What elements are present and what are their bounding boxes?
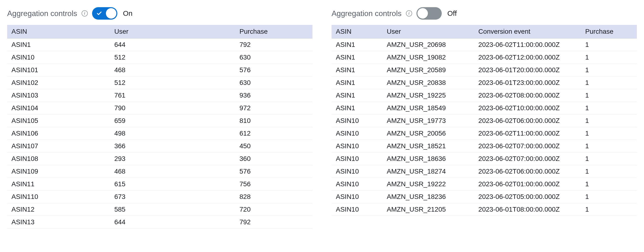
column-header[interactable]: Conversion event	[475, 25, 582, 39]
cell-asin: ASIN10	[332, 165, 384, 178]
column-header[interactable]: Purchase	[236, 25, 312, 39]
aggregation-controls-label: Aggregation controls	[332, 9, 402, 18]
cell-asin: ASIN107	[7, 140, 111, 153]
info-icon[interactable]: i	[82, 10, 88, 17]
cell-user: 468	[111, 165, 236, 178]
cell-asin: ASIN10	[332, 153, 384, 165]
toggle-state-label: Off	[448, 9, 457, 18]
cell-asin: ASIN108	[7, 153, 111, 165]
cell-event: 2023-06-01T23:00:00.000Z	[475, 76, 582, 89]
aggregation-toggle[interactable]	[416, 7, 442, 20]
cell-user: AMZN_USR_19225	[384, 89, 475, 102]
cell-user: AMZN_USR_20838	[384, 76, 475, 89]
cell-asin: ASIN10	[332, 191, 384, 203]
cell-purchase: 576	[236, 64, 312, 76]
table-row: ASIN108293360	[7, 153, 312, 165]
table-row: ASIN10AMZN_USR_197732023-06-02T06:00:00.…	[332, 114, 637, 127]
cell-asin: ASIN101	[7, 64, 111, 76]
cell-purchase: 450	[236, 140, 312, 153]
aggregation-controls-row: Aggregation controls i On	[7, 7, 312, 20]
table-row: ASIN1AMZN_USR_205892023-06-01T20:00:00.0…	[332, 64, 637, 76]
cell-user: 615	[111, 178, 236, 191]
cell-user: AMZN_USR_18636	[384, 153, 475, 165]
column-header[interactable]: ASIN	[7, 25, 111, 39]
cell-user: AMZN_USR_20698	[384, 39, 475, 51]
cell-purchase: 1	[582, 64, 637, 76]
cell-purchase: 810	[236, 114, 312, 127]
cell-asin: ASIN11	[7, 178, 111, 191]
cell-event: 2023-06-02T08:00:00.000Z	[475, 89, 582, 102]
cell-asin: ASIN106	[7, 127, 111, 140]
cell-user: 293	[111, 153, 236, 165]
check-icon	[96, 11, 102, 16]
table-header-row: ASINUserPurchase	[7, 25, 312, 39]
cell-purchase: 1	[582, 165, 637, 178]
cell-user: 366	[111, 140, 236, 153]
cell-user: 512	[111, 51, 236, 64]
cell-purchase: 1	[582, 140, 637, 153]
cell-asin: ASIN1	[332, 102, 384, 114]
cell-event: 2023-06-01T08:00:00.000Z	[475, 203, 582, 216]
cell-purchase: 792	[236, 39, 312, 51]
cell-asin: ASIN12	[7, 203, 111, 216]
aggregation-controls-row: Aggregation controls i Off	[332, 7, 637, 20]
cell-user: 644	[111, 216, 236, 228]
table-row: ASIN10AMZN_USR_212052023-06-01T08:00:00.…	[332, 203, 637, 216]
cell-purchase: 1	[582, 114, 637, 127]
table-row: ASIN10AMZN_USR_192222023-06-02T01:00:00.…	[332, 178, 637, 191]
column-header[interactable]: User	[384, 25, 475, 39]
column-header[interactable]: ASIN	[332, 25, 384, 39]
cell-purchase: 828	[236, 191, 312, 203]
cell-user: AMZN_USR_18274	[384, 165, 475, 178]
cell-user: AMZN_USR_19222	[384, 178, 475, 191]
cell-asin: ASIN109	[7, 165, 111, 178]
cell-event: 2023-06-02T07:00:00.000Z	[475, 140, 582, 153]
cell-purchase: 1	[582, 39, 637, 51]
cell-purchase: 630	[236, 76, 312, 89]
table-row: ASIN1644792	[7, 39, 312, 51]
column-header[interactable]: User	[111, 25, 236, 39]
cell-asin: ASIN1	[7, 39, 111, 51]
cell-user: AMZN_USR_18521	[384, 140, 475, 153]
table-row: ASIN10512630	[7, 51, 312, 64]
cell-purchase: 1	[582, 153, 637, 165]
cell-asin: ASIN1	[332, 51, 384, 64]
cell-user: 644	[111, 39, 236, 51]
aggregation-toggle[interactable]	[92, 7, 117, 20]
table-row: ASIN1AMZN_USR_192252023-06-02T08:00:00.0…	[332, 89, 637, 102]
cell-purchase: 1	[582, 89, 637, 102]
cell-asin: ASIN102	[7, 76, 111, 89]
cell-purchase: 576	[236, 165, 312, 178]
cell-event: 2023-06-02T11:00:00.000Z	[475, 127, 582, 140]
table-row: ASIN11615756	[7, 178, 312, 191]
cell-asin: ASIN10	[332, 140, 384, 153]
cell-asin: ASIN10	[332, 114, 384, 127]
cell-event: 2023-06-02T07:00:00.000Z	[475, 153, 582, 165]
page: Aggregation controls i On ASINUserPurcha…	[0, 0, 644, 252]
cell-purchase: 360	[236, 153, 312, 165]
info-icon[interactable]: i	[406, 10, 412, 17]
aggregated-panel: Aggregation controls i On ASINUserPurcha…	[7, 7, 312, 252]
column-header[interactable]: Purchase	[582, 25, 637, 39]
cell-purchase: 756	[236, 178, 312, 191]
table-row: ASIN101468576	[7, 64, 312, 76]
cell-purchase: 612	[236, 127, 312, 140]
table-row: ASIN1AMZN_USR_208382023-06-01T23:00:00.0…	[332, 76, 637, 89]
cell-asin: ASIN104	[7, 102, 111, 114]
cell-asin: ASIN13	[7, 216, 111, 228]
table-row: ASIN10AMZN_USR_182742023-06-02T06:00:00.…	[332, 165, 637, 178]
toggle-knob	[418, 8, 428, 19]
cell-user: AMZN_USR_21205	[384, 203, 475, 216]
cell-purchase: 1	[582, 127, 637, 140]
cell-purchase: 1	[582, 178, 637, 191]
aggregation-controls-label: Aggregation controls	[7, 9, 77, 18]
cell-asin: ASIN1	[332, 76, 384, 89]
cell-user: AMZN_USR_20589	[384, 64, 475, 76]
cell-event: 2023-06-02T12:00:00.000Z	[475, 51, 582, 64]
toggle-state-label: On	[123, 9, 132, 18]
cell-user: AMZN_USR_19082	[384, 51, 475, 64]
cell-user: 512	[111, 76, 236, 89]
table-row: ASIN1AMZN_USR_206982023-06-02T11:00:00.0…	[332, 39, 637, 51]
table-header-row: ASINUserConversion eventPurchase	[332, 25, 637, 39]
cell-event: 2023-06-02T06:00:00.000Z	[475, 165, 582, 178]
